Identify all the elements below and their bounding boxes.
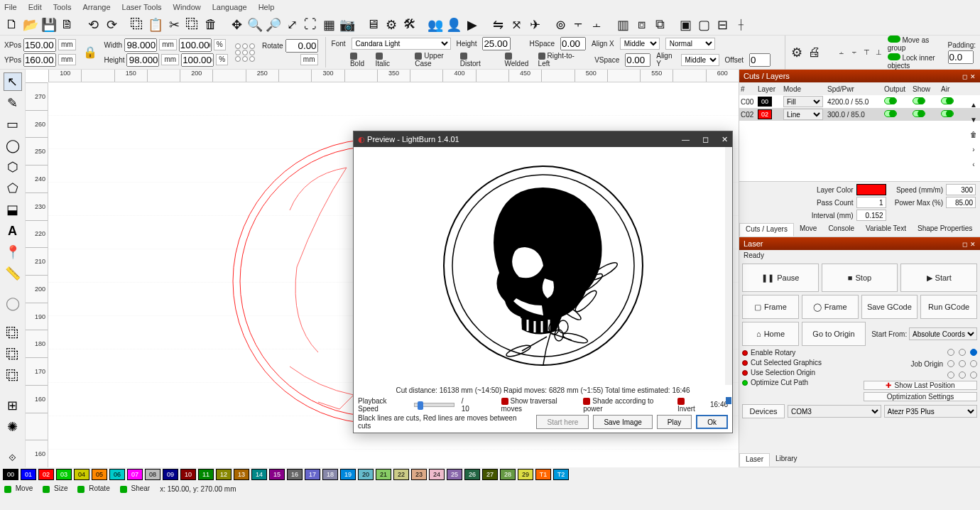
start-here-button[interactable]: Start here bbox=[536, 415, 589, 429]
close-icon[interactable]: ✕ bbox=[722, 135, 728, 144]
show-traversal-toggle[interactable]: Show traversal moves bbox=[501, 397, 577, 413]
mirror-v-icon[interactable]: ⤧ bbox=[508, 17, 524, 33]
menu-language[interactable]: Language bbox=[212, 3, 247, 11]
palette-24[interactable]: 24 bbox=[429, 469, 445, 480]
print-icon[interactable]: 🖨 bbox=[808, 45, 821, 60]
tab-console[interactable]: Console bbox=[822, 223, 860, 237]
copy-icon[interactable]: ⿻ bbox=[129, 17, 145, 33]
arrange-3-icon[interactable]: ⧉ bbox=[652, 17, 668, 33]
speed-input[interactable] bbox=[946, 184, 976, 195]
path-tool[interactable]: ⟐ bbox=[4, 447, 22, 466]
lock-inner-toggle[interactable] bbox=[888, 53, 900, 60]
menu-tools[interactable]: Tools bbox=[53, 3, 72, 11]
play-icon[interactable]: ▶ bbox=[464, 17, 480, 33]
distribute-icon[interactable]: ⫠ bbox=[589, 17, 605, 33]
marker-tool[interactable]: 📍 bbox=[4, 243, 22, 261]
radial-tool[interactable]: ✺ bbox=[4, 418, 22, 436]
optimization-settings-button[interactable]: Optimization Settings bbox=[864, 392, 977, 401]
palette-10[interactable]: 10 bbox=[180, 469, 196, 480]
gear-icon[interactable]: ⚙ bbox=[791, 45, 802, 60]
hspace-input[interactable] bbox=[560, 37, 586, 50]
playback-speed-slider[interactable] bbox=[414, 403, 454, 407]
break-icon[interactable]: ⊟ bbox=[714, 17, 730, 33]
palette-28[interactable]: 28 bbox=[500, 469, 516, 480]
save-icon[interactable]: 💾 bbox=[41, 17, 57, 33]
palette-02[interactable]: 02 bbox=[38, 469, 54, 480]
home-button[interactable]: ⌂ Home bbox=[742, 322, 799, 346]
align-tools-2-icon[interactable]: ⫟ bbox=[851, 48, 858, 56]
layer-delete-icon[interactable]: 🗑 bbox=[970, 131, 977, 139]
align-tools-icon[interactable]: ⫠ bbox=[838, 48, 845, 56]
palette-00[interactable]: 00 bbox=[3, 469, 18, 480]
rotate-input[interactable] bbox=[285, 39, 318, 53]
frame-circle-button[interactable]: ◯ Frame bbox=[802, 295, 859, 319]
alignx-select[interactable]: Middle bbox=[620, 38, 660, 50]
align-tools-4-icon[interactable]: ⊥ bbox=[876, 48, 882, 56]
pass-count-input[interactable] bbox=[856, 197, 886, 208]
machine-select[interactable]: Atezr P35 Plus bbox=[884, 405, 978, 418]
paste-icon[interactable]: 📋 bbox=[148, 17, 163, 33]
laser-undock-icon[interactable]: ◻ bbox=[962, 241, 967, 248]
go-origin-button[interactable]: Go to Origin bbox=[802, 322, 866, 346]
menu-window[interactable]: Window bbox=[173, 3, 201, 11]
palette-15[interactable]: 15 bbox=[269, 469, 285, 480]
move-group-toggle[interactable] bbox=[888, 36, 900, 43]
palette-03[interactable]: 03 bbox=[56, 469, 72, 480]
layer-up-icon[interactable]: ▲ bbox=[970, 101, 977, 109]
zoom-out-icon[interactable]: 🔎 bbox=[266, 17, 281, 33]
new-icon[interactable]: 🗋 bbox=[4, 17, 20, 33]
cut-selected-check[interactable]: Cut Selected Graphics bbox=[742, 359, 856, 367]
ypos-input[interactable] bbox=[23, 53, 56, 67]
palette-T1[interactable]: T1 bbox=[535, 469, 551, 480]
shade-power-toggle[interactable]: Shade according to power bbox=[583, 397, 670, 413]
optimize-check[interactable]: Optimize Cut Path bbox=[742, 379, 856, 386]
tab-move[interactable]: Move bbox=[794, 223, 822, 237]
zoom-in-icon[interactable]: 🔍 bbox=[247, 17, 263, 33]
circle-tool[interactable]: ◯ bbox=[4, 136, 22, 155]
mirror-h-icon[interactable]: ⇋ bbox=[490, 17, 506, 33]
palette-16[interactable]: 16 bbox=[287, 469, 303, 480]
layer-expand-icon[interactable]: › bbox=[972, 146, 974, 153]
camera-icon[interactable]: 📷 bbox=[339, 17, 355, 33]
width-input[interactable] bbox=[124, 38, 157, 52]
align-tools-3-icon[interactable]: ⊤ bbox=[864, 48, 870, 56]
delete-icon[interactable]: 🗑 bbox=[203, 17, 219, 33]
send-icon[interactable]: ✈ bbox=[527, 17, 543, 33]
tab-variable-text[interactable]: Variable Text bbox=[860, 223, 912, 237]
undo-icon[interactable]: ⟲ bbox=[85, 17, 101, 33]
palette-29[interactable]: 29 bbox=[518, 469, 533, 480]
layer-color-swatch[interactable] bbox=[856, 184, 886, 195]
boolean-2-tool[interactable]: ⿻ bbox=[4, 345, 22, 364]
text-tool[interactable]: A bbox=[4, 222, 22, 240]
menu-help[interactable]: Help bbox=[258, 3, 275, 11]
status-shear[interactable]: Shear bbox=[120, 484, 150, 492]
ruler-tool[interactable]: 📏 bbox=[4, 264, 22, 283]
vspace-input[interactable] bbox=[625, 53, 650, 67]
measure-icon[interactable]: ⟊ bbox=[733, 17, 748, 33]
cuts-row[interactable]: C0202Line300.0 / 85.0 bbox=[739, 108, 980, 121]
boolean-1-tool[interactable]: ⿻ bbox=[4, 324, 22, 342]
layer-down-icon[interactable]: ▼ bbox=[970, 116, 977, 124]
grid-tool[interactable]: ⊞ bbox=[4, 396, 22, 415]
menu-arrange[interactable]: Arrange bbox=[82, 3, 110, 11]
run-gcode-button[interactable]: Run GCode bbox=[920, 295, 977, 319]
xpos-input[interactable] bbox=[23, 38, 56, 52]
palette-20[interactable]: 20 bbox=[358, 469, 374, 480]
palette-17[interactable]: 17 bbox=[305, 469, 320, 480]
laser-close-icon[interactable]: ✕ bbox=[970, 241, 976, 248]
users-icon[interactable]: 👥 bbox=[428, 17, 443, 33]
palette-13[interactable]: 13 bbox=[234, 469, 249, 480]
save-image-button[interactable]: Save Image bbox=[593, 415, 652, 429]
port-select[interactable]: COM3 bbox=[788, 405, 881, 418]
tab-laser[interactable]: Laser bbox=[739, 453, 770, 467]
palette-08[interactable]: 08 bbox=[145, 469, 160, 480]
palette-25[interactable]: 25 bbox=[447, 469, 462, 480]
save-gcode-button[interactable]: Save GCode bbox=[861, 295, 918, 319]
start-button[interactable]: ▶ Start bbox=[900, 264, 977, 292]
stop-button[interactable]: ■ Stop bbox=[822, 264, 898, 292]
cuts-row[interactable]: C0000Fill4200.0 / 55.0 bbox=[739, 95, 980, 108]
menu-laser-tools[interactable]: Laser Tools bbox=[122, 3, 162, 11]
star-tool[interactable]: ⬠ bbox=[4, 179, 22, 197]
upper-toggle[interactable]: Upper Case bbox=[415, 52, 454, 67]
font-select[interactable]: Candara Light bbox=[352, 38, 451, 50]
